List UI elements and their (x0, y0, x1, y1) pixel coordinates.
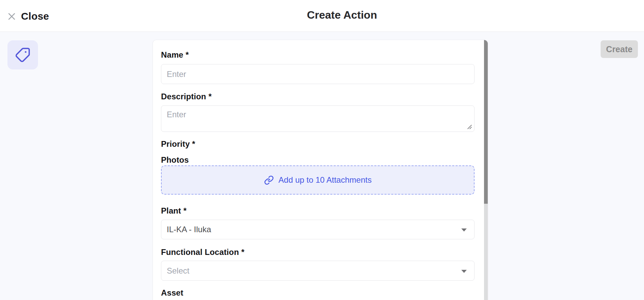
plant-select[interactable]: IL-KA - Iluka (161, 220, 475, 239)
name-label: Name * (161, 51, 475, 59)
resize-grip-icon[interactable] (466, 124, 472, 130)
description-textarea[interactable] (161, 105, 475, 132)
header-bar: Close Create Action (0, 0, 644, 32)
description-label: Description * (161, 92, 475, 101)
link-icon (264, 175, 274, 185)
add-attachments-label: Add up to 10 Attachments (279, 175, 372, 185)
photos-label: Photos (161, 156, 475, 164)
form-scrollbar-track[interactable] (484, 40, 488, 300)
functional-location-select[interactable]: Select (161, 261, 475, 281)
create-button[interactable]: Create (601, 40, 638, 58)
chevron-down-icon (461, 270, 467, 273)
close-x-icon (7, 12, 16, 21)
plant-label: Plant * (161, 206, 475, 215)
form-scrollbar-thumb[interactable] (484, 40, 488, 204)
create-action-form-card: Name * Description * Priority * Photos A… (153, 40, 488, 300)
page-title: Create Action (307, 9, 377, 21)
functional-location-label: Functional Location * (161, 248, 475, 257)
sidebar-item-action-tag[interactable] (7, 40, 38, 69)
chevron-down-icon (461, 228, 467, 232)
plant-selected-value: IL-KA - Iluka (167, 225, 211, 234)
priority-label: Priority * (161, 140, 475, 148)
name-input[interactable] (161, 64, 475, 84)
functional-location-placeholder: Select (167, 266, 189, 276)
asset-label: Asset (161, 288, 475, 297)
close-label: Close (21, 11, 49, 22)
tag-icon (15, 47, 31, 63)
description-field-wrap (161, 105, 475, 132)
add-attachments-dropzone[interactable]: Add up to 10 Attachments (161, 165, 475, 195)
close-button[interactable]: Close (7, 11, 49, 22)
